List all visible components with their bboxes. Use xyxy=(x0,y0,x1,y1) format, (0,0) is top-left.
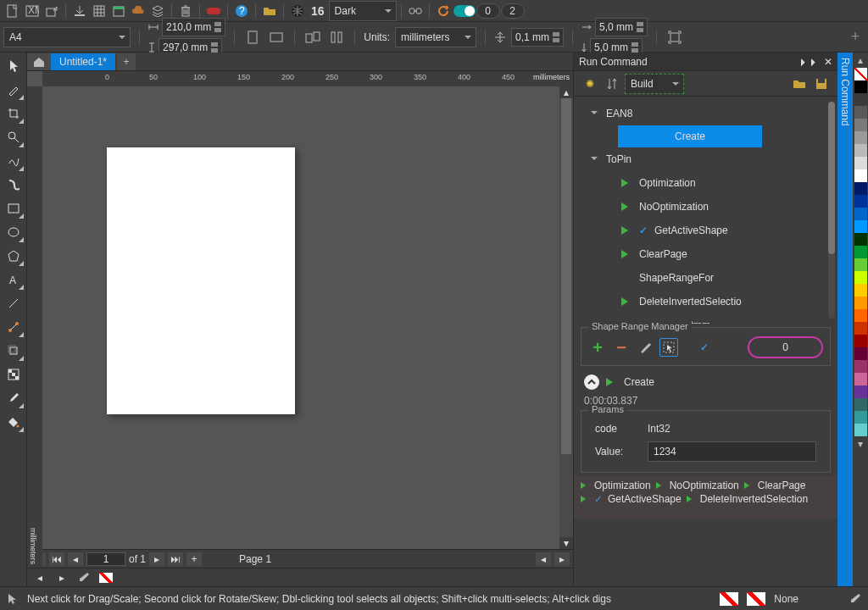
page-number-input[interactable] xyxy=(86,552,125,566)
theme-select[interactable]: Dark xyxy=(329,1,397,21)
param-value-input[interactable] xyxy=(648,441,816,462)
hist-optimization[interactable]: Optimization xyxy=(594,480,651,491)
panel-collapse-icon[interactable]: ⏵⏵ xyxy=(798,56,819,68)
transparency-tool[interactable] xyxy=(3,363,25,385)
facing-pages-icon[interactable] xyxy=(303,28,322,47)
play-icon[interactable] xyxy=(581,496,589,502)
add-tab[interactable]: + xyxy=(117,53,136,70)
zoom-tool[interactable] xyxy=(3,126,25,148)
swatch[interactable] xyxy=(854,169,867,182)
bleed-icon[interactable] xyxy=(665,28,684,47)
prev-page-icon[interactable]: ◂ xyxy=(68,552,83,566)
page-width-input[interactable]: 210,0 mm xyxy=(162,18,225,36)
snap-toggle[interactable] xyxy=(453,5,476,17)
swatch[interactable] xyxy=(854,93,867,106)
connector-tool[interactable] xyxy=(3,316,25,338)
line-tool[interactable] xyxy=(3,292,25,314)
edit-fill-icon[interactable] xyxy=(75,568,93,587)
artistic-media-tool[interactable] xyxy=(3,174,25,196)
swatch[interactable] xyxy=(854,373,867,385)
crop-tool[interactable] xyxy=(3,103,25,125)
cloud-icon[interactable] xyxy=(129,2,147,20)
canvas[interactable]: ▴ ▾ xyxy=(42,86,573,549)
swatch[interactable] xyxy=(854,258,867,271)
swatch[interactable] xyxy=(854,309,867,322)
save-script-icon[interactable] xyxy=(812,75,831,93)
expand-icon[interactable] xyxy=(591,109,599,118)
srm-clear-icon[interactable] xyxy=(636,338,654,357)
scrollbar-vertical[interactable]: ▴ ▾ xyxy=(559,86,573,549)
hist-getactiveshape[interactable]: GetActiveShape xyxy=(608,493,682,505)
play-icon[interactable] xyxy=(744,482,753,489)
run-play-icon[interactable] xyxy=(606,378,617,386)
play-icon[interactable] xyxy=(581,482,589,489)
tree-scrollbar[interactable] xyxy=(828,102,835,319)
counter-b[interactable]: 2 xyxy=(501,3,525,19)
xml-icon[interactable]: XML xyxy=(23,2,42,20)
srm-count[interactable]: 0 xyxy=(748,336,823,358)
swatch[interactable] xyxy=(854,106,867,119)
swatch[interactable] xyxy=(854,284,867,297)
hist-clearpage[interactable]: ClearPage xyxy=(758,480,806,491)
play-icon[interactable] xyxy=(656,482,665,489)
swatch[interactable] xyxy=(854,246,867,258)
grid-icon[interactable] xyxy=(90,2,108,20)
tree-node-ean8[interactable]: EAN8 xyxy=(574,102,837,125)
collapse-up-icon[interactable] xyxy=(584,374,599,390)
srm-add-icon[interactable]: + xyxy=(588,338,607,357)
swatch[interactable] xyxy=(854,195,867,208)
rectangle-tool[interactable] xyxy=(3,197,25,219)
help-icon[interactable]: ? xyxy=(232,2,251,20)
srm-remove-icon[interactable]: − xyxy=(612,338,631,357)
tree-item-getactiveshape[interactable]: ✓GetActiveShape xyxy=(574,219,837,242)
srm-check-icon[interactable]: ✓ xyxy=(700,341,709,353)
globe-icon[interactable] xyxy=(288,2,307,20)
ruler-horizontal[interactable]: 0 50 100 150 200 250 300 350 400 450 mil… xyxy=(42,71,573,86)
srm-select-icon[interactable] xyxy=(659,338,678,357)
swatch[interactable] xyxy=(854,335,867,347)
last-page-icon[interactable]: ⏭ xyxy=(168,552,183,566)
calendar-icon[interactable] xyxy=(109,2,128,20)
hist-nooptimization[interactable]: NoOptimization xyxy=(670,480,739,491)
open-script-icon[interactable] xyxy=(790,75,809,93)
scroll-down-icon[interactable]: ▾ xyxy=(559,537,573,549)
tree-item-clearpage[interactable]: ClearPage xyxy=(574,242,837,266)
scroll-right-icon[interactable]: ▸ xyxy=(554,552,570,566)
freehand-tool[interactable] xyxy=(3,150,25,172)
effects-tool[interactable] xyxy=(3,340,25,362)
swatch[interactable] xyxy=(854,182,867,195)
swatch[interactable] xyxy=(854,220,867,233)
swatch[interactable] xyxy=(854,347,867,360)
tree-node-topin[interactable]: ToPin xyxy=(574,147,837,171)
shape-edit-tool[interactable] xyxy=(3,79,25,101)
palette-down-icon[interactable]: ▾ xyxy=(853,436,868,452)
tree-item-nooptimization[interactable]: NoOptimization xyxy=(574,195,837,219)
build-select[interactable]: Build xyxy=(625,74,684,94)
swatch[interactable] xyxy=(854,424,867,436)
hist-deleteinverted[interactable]: DeleteInvertedSelection xyxy=(700,493,808,505)
swatch[interactable] xyxy=(854,144,867,157)
first-page-icon[interactable]: ⏮ xyxy=(49,552,64,566)
dup-x-input[interactable]: 5,0 mm xyxy=(595,18,648,36)
page-preset-select[interactable]: A4 xyxy=(3,27,131,47)
link-icon[interactable] xyxy=(406,2,425,20)
view-prev-icon[interactable]: ◂ xyxy=(31,568,49,587)
swatch[interactable] xyxy=(854,131,867,144)
palette-up-icon[interactable]: ▴ xyxy=(853,53,868,68)
docker-tab-run-command[interactable]: Run Command xyxy=(837,53,853,586)
swatch[interactable] xyxy=(854,360,867,373)
text-tool[interactable]: A xyxy=(3,269,25,291)
refresh-icon[interactable] xyxy=(434,2,453,20)
tree-item-shaperangefor[interactable]: ShapeRangeFor xyxy=(574,266,837,290)
sort-icon[interactable] xyxy=(603,75,621,93)
swatch[interactable] xyxy=(854,208,867,220)
tree-item-optimization[interactable]: Optimization xyxy=(574,171,837,195)
portrait-icon[interactable] xyxy=(243,28,262,47)
scroll-thumb[interactable] xyxy=(561,98,571,454)
import-icon[interactable] xyxy=(70,2,89,20)
swatch[interactable] xyxy=(854,80,867,93)
ellipse-tool[interactable] xyxy=(3,221,25,243)
play-icon[interactable] xyxy=(687,496,695,502)
swatch[interactable] xyxy=(854,411,867,424)
swatch[interactable] xyxy=(854,322,867,335)
